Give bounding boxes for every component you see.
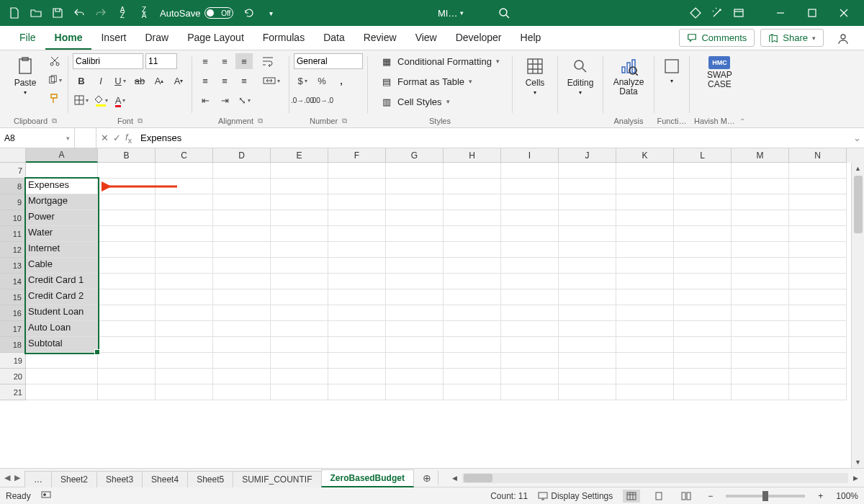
clipboard-launcher-icon[interactable]: ⧉ — [52, 117, 57, 125]
cell-E16[interactable] — [271, 305, 328, 321]
cell-L16[interactable] — [674, 305, 732, 321]
cell-I13[interactable] — [501, 258, 559, 274]
horizontal-scrollbar[interactable]: ◀ ▶ — [446, 469, 864, 487]
cell-I17[interactable] — [501, 321, 559, 337]
cell-N20[interactable] — [789, 369, 847, 384]
font-name-combo[interactable] — [73, 53, 143, 69]
swap-case-button[interactable]: HMCSWAP CASE — [701, 53, 737, 92]
cell-D17[interactable] — [213, 321, 271, 337]
cell-A11[interactable]: Water — [26, 226, 98, 242]
cell-M12[interactable] — [732, 242, 789, 258]
cell-A18[interactable]: Subtotal — [26, 337, 98, 353]
collapse-ribbon-icon[interactable]: ⌃ — [739, 117, 745, 125]
cell-C16[interactable] — [156, 305, 213, 321]
cell-A12[interactable]: Internet — [26, 242, 98, 258]
cell-L12[interactable] — [674, 242, 732, 258]
cell-J21[interactable] — [559, 384, 616, 400]
close-icon[interactable] — [828, 3, 860, 23]
column-header-C[interactable]: C — [156, 148, 213, 163]
cell-L19[interactable] — [674, 353, 732, 369]
cell-G16[interactable] — [386, 305, 444, 321]
row-header-19[interactable]: 19 — [0, 353, 26, 369]
cut-icon[interactable] — [46, 53, 63, 69]
autosave-toggle[interactable]: AutoSave Off — [160, 7, 233, 19]
analyze-data-button[interactable]: Analyze Data — [608, 53, 649, 99]
cell-M14[interactable] — [732, 274, 789, 289]
cell-G21[interactable] — [386, 384, 444, 400]
sheet-tab-sheet2[interactable]: Sheet2 — [51, 471, 97, 487]
cell-M19[interactable] — [732, 353, 789, 369]
cell-N10[interactable] — [789, 210, 847, 226]
cell-L11[interactable] — [674, 226, 732, 242]
fill-handle[interactable] — [95, 350, 99, 354]
cell-A16[interactable]: Student Loan — [26, 305, 98, 321]
cell-G8[interactable] — [386, 179, 444, 194]
cell-L15[interactable] — [674, 289, 732, 305]
cell-J9[interactable] — [559, 194, 616, 210]
page-layout-view-icon[interactable] — [650, 490, 667, 503]
cell-L18[interactable] — [674, 337, 732, 353]
cell-M8[interactable] — [732, 179, 789, 194]
align-right-icon[interactable]: ≡ — [235, 73, 253, 89]
increase-indent-icon[interactable]: ⇥ — [216, 92, 233, 108]
functions-button[interactable]: ▾ — [658, 53, 685, 87]
cell-I16[interactable] — [501, 305, 559, 321]
cell-G10[interactable] — [386, 210, 444, 226]
cell-D19[interactable] — [213, 353, 271, 369]
cell-D21[interactable] — [213, 384, 271, 400]
cell-M16[interactable] — [732, 305, 789, 321]
cell-I12[interactable] — [501, 242, 559, 258]
cell-E10[interactable] — [271, 210, 328, 226]
tab-insert[interactable]: Insert — [91, 27, 135, 50]
qat-more-icon[interactable]: ▾ — [261, 3, 281, 23]
name-box[interactable]: A8▾ — [0, 128, 75, 148]
cell-D7[interactable] — [213, 163, 271, 179]
cell-N17[interactable] — [789, 321, 847, 337]
merge-center-icon[interactable] — [258, 73, 284, 89]
account-icon[interactable] — [832, 28, 854, 50]
percent-format-icon[interactable]: % — [313, 73, 330, 89]
cell-D15[interactable] — [213, 289, 271, 305]
orientation-icon[interactable]: ⤡ — [235, 92, 253, 108]
cell-I20[interactable] — [501, 369, 559, 384]
select-all-corner[interactable] — [0, 148, 26, 163]
cell-D20[interactable] — [213, 369, 271, 384]
vscroll-thumb[interactable] — [854, 176, 863, 233]
cell-J11[interactable] — [559, 226, 616, 242]
cell-C11[interactable] — [156, 226, 213, 242]
cell-G19[interactable] — [386, 353, 444, 369]
save-icon[interactable] — [48, 3, 68, 23]
cell-H17[interactable] — [444, 321, 501, 337]
cell-M13[interactable] — [732, 258, 789, 274]
cell-C19[interactable] — [156, 353, 213, 369]
cell-D9[interactable] — [213, 194, 271, 210]
cell-C10[interactable] — [156, 210, 213, 226]
cell-K16[interactable] — [616, 305, 674, 321]
cell-M18[interactable] — [732, 337, 789, 353]
column-header-H[interactable]: H — [444, 148, 501, 163]
row-header-16[interactable]: 16 — [0, 305, 26, 321]
sheet-tab-[interactable]: … — [24, 471, 52, 487]
cell-G12[interactable] — [386, 242, 444, 258]
column-header-J[interactable]: J — [559, 148, 616, 163]
cell-I19[interactable] — [501, 353, 559, 369]
row-header-20[interactable]: 20 — [0, 369, 26, 384]
cell-B12[interactable] — [98, 242, 156, 258]
cell-K9[interactable] — [616, 194, 674, 210]
cell-H11[interactable] — [444, 226, 501, 242]
cell-F10[interactable] — [328, 210, 386, 226]
editing-button[interactable]: Editing▾ — [562, 53, 598, 99]
scroll-down-icon[interactable]: ▼ — [852, 456, 864, 468]
cell-N8[interactable] — [789, 179, 847, 194]
cell-F12[interactable] — [328, 242, 386, 258]
cell-B20[interactable] — [98, 369, 156, 384]
cell-C8[interactable] — [156, 179, 213, 194]
cell-C17[interactable] — [156, 321, 213, 337]
cell-L21[interactable] — [674, 384, 732, 400]
align-bottom-icon[interactable]: ≡ — [235, 53, 253, 69]
row-header-17[interactable]: 17 — [0, 321, 26, 337]
wrap-text-icon[interactable] — [258, 53, 279, 69]
decrease-indent-icon[interactable]: ⇤ — [197, 92, 214, 108]
copy-icon[interactable] — [46, 72, 63, 88]
cell-F15[interactable] — [328, 289, 386, 305]
